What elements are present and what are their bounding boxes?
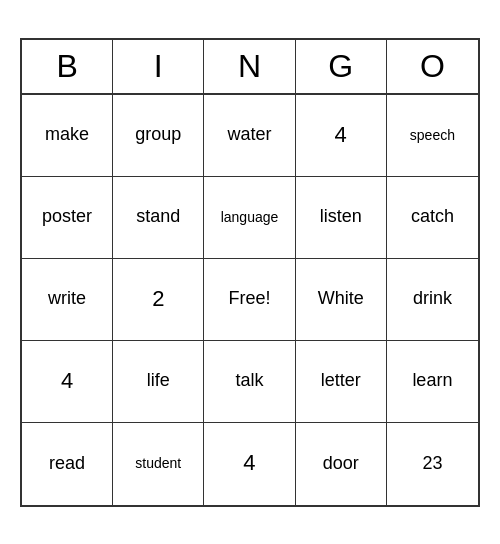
- bingo-cell: 4: [296, 95, 387, 177]
- header-letter: B: [22, 40, 113, 93]
- bingo-cell: make: [22, 95, 113, 177]
- cell-text: catch: [411, 206, 454, 228]
- bingo-cell: write: [22, 259, 113, 341]
- bingo-cell: White: [296, 259, 387, 341]
- cell-text: 23: [422, 453, 442, 475]
- bingo-cell: student: [113, 423, 204, 505]
- bingo-cell: water: [204, 95, 295, 177]
- cell-text: make: [45, 124, 89, 146]
- cell-text: student: [135, 455, 181, 472]
- bingo-cell: 4: [22, 341, 113, 423]
- cell-text: 2: [152, 286, 164, 312]
- bingo-cell: poster: [22, 177, 113, 259]
- bingo-cell: group: [113, 95, 204, 177]
- bingo-cell: language: [204, 177, 295, 259]
- bingo-cell: life: [113, 341, 204, 423]
- bingo-cell: 23: [387, 423, 478, 505]
- bingo-cell: letter: [296, 341, 387, 423]
- bingo-cell: Free!: [204, 259, 295, 341]
- cell-text: life: [147, 370, 170, 392]
- bingo-cell: learn: [387, 341, 478, 423]
- cell-text: 4: [61, 368, 73, 394]
- cell-text: group: [135, 124, 181, 146]
- cell-text: learn: [412, 370, 452, 392]
- cell-text: letter: [321, 370, 361, 392]
- bingo-cell: speech: [387, 95, 478, 177]
- cell-text: water: [227, 124, 271, 146]
- bingo-cell: catch: [387, 177, 478, 259]
- cell-text: language: [221, 209, 279, 226]
- bingo-cell: drink: [387, 259, 478, 341]
- cell-text: stand: [136, 206, 180, 228]
- cell-text: drink: [413, 288, 452, 310]
- bingo-card: BINGO makegroupwater4speechposterstandla…: [20, 38, 480, 507]
- cell-text: talk: [235, 370, 263, 392]
- bingo-grid: makegroupwater4speechposterstandlanguage…: [22, 95, 478, 505]
- cell-text: White: [318, 288, 364, 310]
- bingo-cell: read: [22, 423, 113, 505]
- header-letter: I: [113, 40, 204, 93]
- bingo-cell: 2: [113, 259, 204, 341]
- bingo-cell: 4: [204, 423, 295, 505]
- cell-text: speech: [410, 127, 455, 144]
- bingo-cell: listen: [296, 177, 387, 259]
- cell-text: 4: [335, 122, 347, 148]
- cell-text: Free!: [228, 288, 270, 310]
- bingo-header: BINGO: [22, 40, 478, 95]
- cell-text: read: [49, 453, 85, 475]
- cell-text: write: [48, 288, 86, 310]
- header-letter: G: [296, 40, 387, 93]
- bingo-cell: talk: [204, 341, 295, 423]
- bingo-cell: door: [296, 423, 387, 505]
- cell-text: listen: [320, 206, 362, 228]
- bingo-cell: stand: [113, 177, 204, 259]
- cell-text: 4: [243, 450, 255, 476]
- header-letter: N: [204, 40, 295, 93]
- cell-text: poster: [42, 206, 92, 228]
- header-letter: O: [387, 40, 478, 93]
- cell-text: door: [323, 453, 359, 475]
